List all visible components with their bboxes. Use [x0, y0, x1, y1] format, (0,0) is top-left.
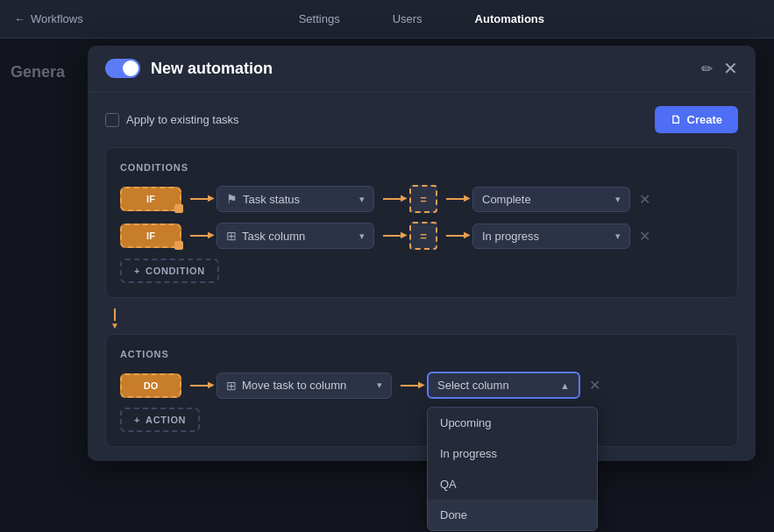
task-status-icon: ⚑ [226, 192, 238, 206]
modal-toolbar: Apply to existing tasks 🗋 Create [105, 106, 738, 133]
move-task-dropdown[interactable]: ⊞ Move task to column ▾ [217, 372, 392, 399]
modal-title: New automation [151, 60, 691, 78]
task-column-dropdown[interactable]: ⊞ Task column ▾ [217, 223, 374, 249]
move-task-chevron: ▾ [377, 379, 382, 391]
modal-body: Apply to existing tasks 🗋 Create CONDITI… [88, 92, 756, 461]
arrow-6 [446, 235, 464, 237]
complete-chevron: ▾ [615, 194, 621, 205]
if-badge-1: IF [120, 187, 181, 211]
in-progress-label: In progress [482, 230, 539, 243]
remove-condition-2[interactable]: ✕ [639, 228, 650, 245]
conditions-section: CONDITIONS IF ⚑ Task status ▾ = Complet [105, 147, 738, 298]
automation-modal: New automation ✏ ✕ Apply to existing tas… [88, 46, 756, 461]
arrow-5 [383, 235, 401, 237]
if-badge-2: IF [120, 223, 181, 248]
condition-row-2: IF ⊞ Task column ▾ = In progress ▾ ✕ [120, 222, 723, 250]
in-progress-dropdown[interactable]: In progress ▾ [472, 223, 630, 249]
complete-label: Complete [482, 193, 531, 206]
task-column-chevron: ▾ [359, 231, 365, 242]
complete-dropdown[interactable]: Complete ▾ [472, 187, 630, 212]
arrow-7 [190, 385, 208, 387]
select-column-dropdown[interactable]: Select column ▲ [427, 372, 580, 399]
add-action-plus: + [134, 415, 140, 425]
select-column-chevron: ▲ [560, 380, 570, 391]
move-task-label: Move task to column [242, 379, 346, 392]
tab-settings[interactable]: Settings [299, 9, 340, 29]
modal-header: New automation ✏ ✕ [88, 46, 756, 92]
add-condition-plus: + [134, 266, 140, 276]
arrow-3 [446, 198, 464, 200]
tab-automations[interactable]: Automations [475, 9, 544, 29]
nav-back-button[interactable]: ← Workflows [14, 12, 83, 25]
close-button[interactable]: ✕ [723, 58, 738, 79]
background-area: Genera New automation ✏ ✕ Apply to exist… [0, 39, 774, 532]
create-label: Create [687, 113, 722, 126]
edit-icon[interactable]: ✏ [701, 60, 713, 77]
select-column-label: Select column [437, 379, 509, 392]
task-column-icon: ⊞ [226, 229, 237, 243]
task-status-label: Task status [243, 193, 300, 206]
add-condition-label: CONDITION [146, 266, 205, 276]
arrow-1 [190, 198, 208, 200]
back-arrow-icon: ← [14, 12, 25, 25]
column-option-qa[interactable]: QA [428, 469, 597, 500]
apply-existing-text: Apply to existing tasks [126, 113, 239, 126]
create-icon: 🗋 [671, 113, 682, 126]
top-nav: ← Workflows Settings Users Automations [0, 0, 774, 39]
column-option-in-progress[interactable]: In progress [428, 438, 597, 469]
add-condition-button[interactable]: + CONDITION [120, 259, 219, 283]
task-status-dropdown[interactable]: ⚑ Task status ▾ [217, 186, 374, 212]
nav-tabs: Settings Users Automations [83, 9, 760, 29]
add-action-label: ACTION [146, 415, 186, 425]
tab-users[interactable]: Users [393, 9, 423, 29]
column-option-upcoming[interactable]: Upcoming [428, 408, 597, 438]
add-action-button[interactable]: + ACTION [120, 408, 200, 432]
conditions-label: CONDITIONS [120, 162, 723, 173]
arrow-2 [383, 198, 401, 200]
column-dropdown-menu: Upcoming In progress QA Done [427, 407, 598, 531]
task-status-chevron: ▾ [359, 194, 365, 205]
in-progress-chevron: ▾ [615, 231, 621, 242]
column-option-done[interactable]: Done [428, 500, 597, 530]
automation-toggle[interactable] [105, 59, 140, 78]
condition-row-1: IF ⚑ Task status ▾ = Complete ▾ ✕ [120, 185, 723, 213]
nav-back-label: Workflows [31, 12, 83, 25]
actions-label: ACTIONS [120, 349, 723, 359]
operator-badge-1: = [409, 185, 437, 213]
apply-existing-checkbox[interactable] [105, 113, 119, 127]
move-task-icon: ⊞ [226, 379, 237, 393]
arrow-8 [401, 385, 418, 387]
action-row-1: DO ⊞ Move task to column ▾ Select column… [120, 372, 723, 399]
task-column-label: Task column [242, 230, 305, 243]
do-badge-1: DO [120, 373, 181, 398]
operator-badge-2: = [409, 222, 437, 250]
apply-existing-label[interactable]: Apply to existing tasks [105, 113, 239, 127]
select-column-container: Select column ▲ Upcoming In progress QA … [427, 372, 580, 399]
remove-action-1[interactable]: ✕ [589, 377, 600, 394]
actions-section: ACTIONS DO ⊞ Move task to column ▾ [105, 334, 738, 447]
remove-condition-1[interactable]: ✕ [639, 191, 650, 208]
create-button[interactable]: 🗋 Create [655, 106, 738, 133]
arrow-4 [190, 235, 208, 237]
